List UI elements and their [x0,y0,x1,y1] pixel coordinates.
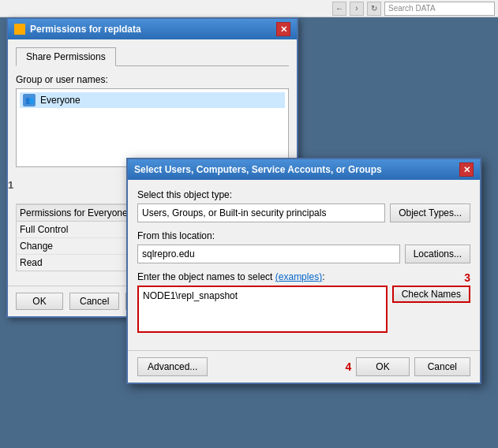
title-icon [14,24,25,35]
examples-link[interactable]: (examples) [275,271,322,282]
group-label: Group or user names: [16,74,289,85]
permissions-titlebar: Permissions for repldata ✕ [8,19,297,39]
forward-btn[interactable]: › [350,2,364,16]
object-type-input-row: Object Types... [137,203,470,222]
refresh-btn[interactable]: ↻ [367,2,381,16]
object-type-row: Select this object type: Object Types... [137,189,470,222]
advanced-btn[interactable]: Advanced... [137,357,208,376]
location-input[interactable] [137,245,400,263]
location-label: From this location: [137,230,470,241]
object-names-row: Enter the object names to select (exampl… [137,271,470,333]
permissions-ok-btn[interactable]: OK [16,293,63,310]
user-list: 👥 Everyone [16,88,289,167]
permissions-cancel-btn[interactable]: Cancel [69,293,119,310]
user-icon: 👥 [23,94,36,106]
select-dialog-titlebar: Select Users, Computers, Service Account… [128,159,480,180]
permissions-title: Permissions for repldata [30,24,141,35]
step4-badge: 4 [346,360,352,373]
tab-bar: Share Permissions [16,47,289,66]
step3-badge: 3 [464,271,470,284]
nav-controls: ← › ↻ Search DATA [332,2,495,16]
object-names-label-text: Enter the object names to select [137,271,272,282]
select-dialog-title: Select Users, Computers, Service Account… [134,164,382,175]
select-dialog-body: Select this object type: Object Types...… [128,180,480,350]
object-names-area: Check Names [137,286,470,333]
select-users-dialog: Select Users, Computers, Service Account… [126,158,481,384]
location-input-row: Locations... [137,245,470,263]
top-bar: ← › ↻ Search DATA [0,0,498,17]
user-item-everyone[interactable]: 👥 Everyone [20,92,285,108]
ok-cancel-area: 4 OK Cancel [346,357,471,376]
step1-label: 1 [8,179,13,191]
locations-btn[interactable]: Locations... [405,245,470,263]
search-label: Search DATA [385,4,494,13]
object-type-label: Select this object type: [137,189,470,200]
object-types-btn[interactable]: Object Types... [390,203,470,222]
select-dialog-close-btn[interactable]: ✕ [459,162,474,177]
select-ok-btn[interactable]: OK [356,357,409,376]
user-name: Everyone [40,95,81,106]
permissions-close-btn[interactable]: ✕ [276,22,290,36]
object-names-border-box [137,286,388,333]
object-type-input[interactable] [137,203,385,222]
share-permissions-tab[interactable]: Share Permissions [16,47,116,66]
object-names-textarea[interactable] [139,287,386,331]
check-names-btn[interactable]: Check Names [392,286,470,303]
select-cancel-btn[interactable]: Cancel [414,357,470,376]
location-row: From this location: Locations... [137,230,470,263]
back-btn[interactable]: ← [332,2,346,16]
select-dialog-bottom: Advanced... 4 OK Cancel [128,350,480,383]
object-names-label: Enter the object names to select (exampl… [137,271,470,282]
search-box[interactable]: Search DATA [384,2,495,16]
